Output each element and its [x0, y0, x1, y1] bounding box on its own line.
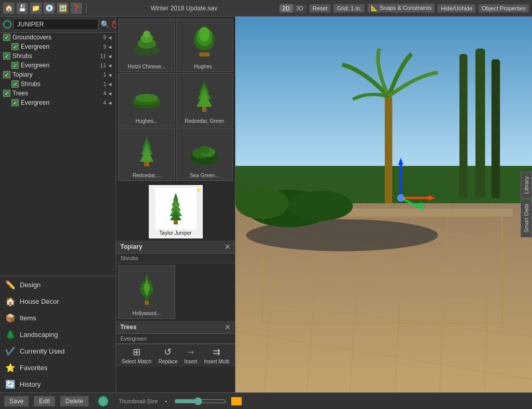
plant-img-redcedar-green: [184, 76, 225, 117]
3d-viewport[interactable]: Library Smart Data: [235, 17, 532, 392]
nav-design-label: Design: [20, 281, 40, 289]
trees-close-btn[interactable]: ✕: [225, 323, 231, 331]
plant-card-hetzii[interactable]: Hetzii Chinese...: [118, 19, 175, 72]
view-toggle[interactable]: 2D 3D: [279, 4, 306, 12]
expand-groundcovers[interactable]: ◄: [107, 35, 113, 40]
expand-shrubs[interactable]: ◄: [107, 53, 113, 59]
svg-point-3: [143, 31, 150, 38]
image-icon[interactable]: 🖼️: [57, 3, 68, 14]
plant-img-hughes1: [184, 21, 225, 63]
nav-items[interactable]: 📦 Items: [0, 309, 116, 326]
save-btn[interactable]: Save: [4, 396, 29, 406]
plant-card-hughes1[interactable]: Hughes .: [176, 19, 233, 72]
check-groundcovers[interactable]: ✓: [3, 34, 10, 41]
trees-section-header: Trees ✕: [116, 321, 235, 334]
plant-name-redcedar-green: Redcedar, Green: [185, 118, 224, 124]
tree-item-shrubs-evergreen[interactable]: ✓ Evergreen 11 ◄: [0, 61, 116, 70]
plant-img-sea-green: [184, 130, 225, 172]
nav-history[interactable]: 🔄 History: [0, 376, 116, 392]
label-topiary-shrubs: Shrubs: [21, 80, 101, 88]
insert-btn[interactable]: → Insert: [184, 347, 197, 364]
trees-section: Trees ✕ Evergreen: [116, 321, 235, 344]
tree-item-trees-evergreen[interactable]: ✓ Evergreen 4 ◄: [0, 98, 116, 107]
nav-history-label: History: [20, 380, 40, 388]
expand-trees[interactable]: ◄: [107, 91, 113, 96]
nav-design[interactable]: ✏️ Design: [0, 276, 116, 293]
tree-item-topiary[interactable]: ✓ Topiary 1 ◄: [0, 70, 116, 79]
nav-landscaping[interactable]: 🌲 Landscaping: [0, 326, 116, 343]
insert-multi-label: Insert Multi: [204, 359, 230, 364]
expand-topiary[interactable]: ◄: [107, 72, 113, 78]
tree-item-shrubs[interactable]: ✓ Shrubs 11 ◄: [0, 51, 116, 61]
2d-btn[interactable]: 2D: [279, 4, 293, 12]
nav-currently-used[interactable]: ✔️ Currently Used: [0, 343, 116, 359]
expand-trees-ev[interactable]: ◄: [107, 100, 113, 106]
floppy-icon[interactable]: 💽: [44, 3, 55, 14]
check-topiary[interactable]: ✓: [3, 71, 10, 78]
object-props-btn[interactable]: Object Properties: [479, 4, 529, 12]
check-topiary-shrubs[interactable]: ✓: [11, 80, 19, 88]
thumbnail-size-label: Thumbnail Size: [119, 398, 158, 404]
hide-unhide-btn[interactable]: Hide/Unhide: [438, 4, 475, 12]
help-icon[interactable]: ❓: [71, 3, 82, 14]
expand-gc-evergreen[interactable]: ◄: [107, 44, 113, 50]
plant-card-hollywood[interactable]: Hollywood...: [118, 265, 175, 319]
plant-card-redcedar-green[interactable]: Redcedar, Green: [176, 73, 233, 126]
label-shrubs: Shrubs: [12, 52, 98, 60]
color-swatch-btn[interactable]: [231, 397, 242, 405]
bottom-bar: Save Edit Delete Thumbnail Size ▪: [0, 392, 532, 409]
topiary-close-btn[interactable]: ✕: [225, 243, 231, 251]
grid-btn[interactable]: Grid: 1 in.: [333, 4, 365, 12]
check-gc-evergreen[interactable]: ✓: [11, 43, 19, 50]
plant-img-taylor: [155, 188, 197, 229]
reset-btn[interactable]: Reset: [310, 4, 331, 12]
select-match-btn[interactable]: ⊞ Select Match: [122, 346, 152, 364]
plant-card-hughes2[interactable]: Hughes...: [118, 73, 175, 126]
delete-btn[interactable]: Delete: [60, 396, 89, 406]
insert-multi-btn[interactable]: ⇉ Insert Multi: [204, 346, 230, 364]
trees-section-label: Trees: [120, 323, 136, 331]
filter-tree: ✓ Groundcovers 9 ◄ ✓ Evergreen 9 ◄ ✓ Shr…: [0, 33, 116, 276]
tree-item-topiary-shrubs[interactable]: ✓ Shrubs 1 ◄: [0, 79, 116, 89]
check-trees-evergreen[interactable]: ✓: [11, 99, 19, 106]
search-input[interactable]: [13, 19, 99, 30]
nav-house-decor[interactable]: 🏠 House Decor: [0, 293, 116, 309]
count-trees: 4: [103, 90, 106, 96]
plant-name-taylor: Taylor Juniper: [159, 230, 191, 236]
plant-name-hughes1: Hughes .: [194, 64, 215, 69]
plant-grid: Hetzii Chinese... Hughes .: [116, 17, 235, 183]
count-topiary: 1: [103, 72, 106, 78]
check-shrubs-evergreen[interactable]: ✓: [11, 62, 19, 69]
home-icon[interactable]: 🏠: [3, 3, 15, 14]
count-trees-evergreen: 4: [103, 100, 106, 106]
label-shrubs-evergreen: Evergreen: [21, 62, 98, 69]
scene-svg: [235, 17, 532, 392]
trees-sublabel: Evergreen: [116, 334, 235, 344]
edit-btn[interactable]: Edit: [34, 396, 55, 406]
tree-item-trees[interactable]: ✓ Trees 4 ◄: [0, 89, 116, 98]
star-badge: ★: [196, 187, 201, 193]
tree-item-groundcovers[interactable]: ✓ Groundcovers 9 ◄: [0, 33, 116, 42]
search-button[interactable]: 🔍: [101, 20, 109, 29]
save-icon[interactable]: 💾: [17, 3, 28, 14]
expand-shrubs-ev[interactable]: ◄: [107, 63, 113, 68]
bottom-nav: ✏️ Design 🏠 House Decor 📦 Items 🌲 Landsc…: [0, 276, 116, 392]
smart-data-tab[interactable]: Smart Data: [521, 199, 532, 237]
favorites-icon: ⭐: [5, 362, 16, 373]
check-trees[interactable]: ✓: [3, 90, 10, 97]
check-shrubs[interactable]: ✓: [3, 52, 10, 60]
library-tab[interactable]: Library: [521, 172, 532, 199]
svg-rect-48: [475, 49, 485, 198]
plant-card-sea-green[interactable]: Sea Green...: [176, 128, 233, 181]
tree-item-groundcovers-evergreen[interactable]: ✓ Evergreen 9 ◄: [0, 42, 116, 51]
plant-card-taylor[interactable]: ★ Taylor Juniper: [149, 185, 203, 238]
3d-btn[interactable]: 3D: [293, 4, 306, 12]
thumbnail-slider[interactable]: [174, 397, 226, 405]
expand-topiary-shrubs[interactable]: ◄: [107, 81, 113, 87]
plant-card-redcedar2[interactable]: Redcedar,...: [118, 128, 175, 181]
replace-btn[interactable]: ↺ Replace: [159, 346, 178, 364]
snaps-btn[interactable]: 📐 Snaps & Constraints: [368, 4, 435, 12]
folder-icon[interactable]: 📁: [30, 3, 41, 14]
nav-favorites[interactable]: ⭐ Favorites: [0, 359, 116, 376]
count-groundcovers: 9: [103, 34, 106, 40]
